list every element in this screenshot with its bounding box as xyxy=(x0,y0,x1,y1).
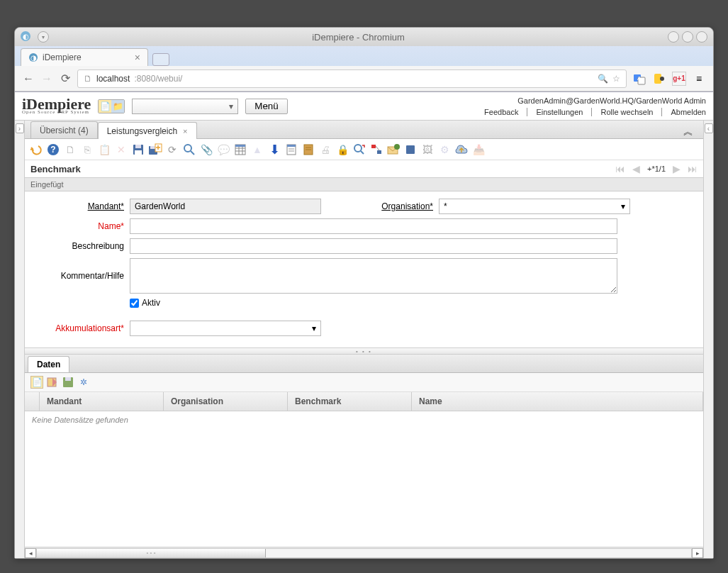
link-switch-role[interactable]: Rolle wechseln xyxy=(592,108,662,116)
field-kommentar[interactable] xyxy=(130,258,617,294)
link-settings[interactable]: Einstellungen xyxy=(527,108,592,116)
next-record-icon[interactable]: ▶ xyxy=(673,163,681,174)
svg-line-34 xyxy=(376,146,379,150)
new-record-icon[interactable]: 📄 xyxy=(30,376,43,389)
header-search-combo[interactable]: ▾ xyxy=(132,99,238,114)
first-record-icon[interactable]: ⏮ xyxy=(615,163,625,174)
svg-point-36 xyxy=(394,144,400,150)
tab-overview[interactable]: Übersicht (4) xyxy=(30,121,98,138)
new-tab-button[interactable] xyxy=(152,53,169,66)
undo-icon[interactable] xyxy=(29,143,43,157)
search-icon[interactable] xyxy=(182,143,196,157)
reload-button[interactable]: ⟳ xyxy=(59,72,72,85)
menu-button[interactable]: Menü xyxy=(245,99,287,114)
minimize-button[interactable] xyxy=(668,31,679,43)
refresh-icon[interactable]: ⟳ xyxy=(165,143,179,157)
field-organisation[interactable]: *▾ xyxy=(439,199,630,214)
col-name[interactable]: Name xyxy=(412,392,703,411)
close-button[interactable] xyxy=(696,31,707,43)
report-icon[interactable] xyxy=(284,143,298,157)
gplus-icon[interactable]: g+1 xyxy=(672,72,686,86)
zoom-across-icon[interactable] xyxy=(352,143,366,157)
empty-message: Keine Datensätze gefunden xyxy=(25,411,703,428)
tab-close-icon[interactable]: × xyxy=(183,127,187,135)
forward-button[interactable]: → xyxy=(40,72,53,85)
chat-icon[interactable]: 💬 xyxy=(216,143,230,157)
copy-icon[interactable]: ⎘ xyxy=(80,143,94,157)
request-icon[interactable] xyxy=(386,143,401,157)
edit-icon[interactable]: 📋 xyxy=(97,143,111,157)
browser-tab-title: iDempiere xyxy=(43,52,82,62)
menu-down-icon[interactable]: ▾ xyxy=(38,31,49,43)
app-icon: ◐ xyxy=(21,31,30,41)
label-organisation: Organisation* xyxy=(327,199,433,211)
horizontal-scrollbar[interactable]: ◂ • • • ▸ xyxy=(25,547,703,558)
field-beschreibung[interactable] xyxy=(130,238,617,254)
user-context: GardenAdmin@GardenWorld.HQ/GardenWorld A… xyxy=(476,96,706,105)
archive-icon[interactable] xyxy=(301,143,315,157)
parent-up-icon[interactable]: ▲ xyxy=(250,143,264,157)
svg-line-16 xyxy=(191,151,194,155)
col-benchmark[interactable]: Benchmark xyxy=(288,392,412,411)
import-csv-icon[interactable]: 📥 xyxy=(471,143,486,157)
scroll-left-icon[interactable]: ◂ xyxy=(25,548,36,558)
new-doc-icon[interactable]: 📄 xyxy=(99,100,111,113)
tab-leistungsvergleich[interactable]: Leistungsvergleich× xyxy=(98,122,197,139)
svg-rect-13 xyxy=(150,146,155,149)
label-kommentar: Kommentar/Hilfe xyxy=(32,258,124,281)
link-logout[interactable]: Abmelden xyxy=(662,108,706,116)
prev-record-icon[interactable]: ◀ xyxy=(632,163,640,174)
tab-close-icon[interactable]: × xyxy=(135,52,140,63)
favicon-icon: ◑ xyxy=(28,52,38,62)
image-icon[interactable]: 🖼 xyxy=(420,143,435,157)
browser-tab[interactable]: ◑ iDempiere × xyxy=(21,48,148,66)
delete-icon[interactable]: ✕ xyxy=(114,143,128,157)
last-record-icon[interactable]: ⏭ xyxy=(688,163,698,174)
product-info-icon[interactable] xyxy=(403,143,418,157)
maximize-button[interactable] xyxy=(682,31,693,43)
chrome-menu-icon[interactable]: ≡ xyxy=(692,72,706,86)
lock-icon[interactable]: 🔒 xyxy=(335,143,349,157)
svg-text:A: A xyxy=(637,75,642,82)
save-new-icon[interactable] xyxy=(148,143,162,157)
help-icon[interactable]: ? xyxy=(46,143,60,157)
save-icon[interactable] xyxy=(131,143,145,157)
process-gear-icon[interactable]: ⚙ xyxy=(437,143,452,157)
translate-icon[interactable]: A xyxy=(632,72,646,86)
print-icon[interactable]: 🖨 xyxy=(318,143,332,157)
right-panel-toggle[interactable]: ‹ xyxy=(703,121,713,558)
svg-rect-40 xyxy=(65,377,71,381)
grid-icon[interactable] xyxy=(233,143,247,157)
scroll-right-icon[interactable]: ▸ xyxy=(692,548,703,558)
attach-icon[interactable]: 📎 xyxy=(199,143,213,157)
zoom-icon[interactable]: 🔍 xyxy=(598,74,608,84)
bookmark-star-icon[interactable]: ☆ xyxy=(612,74,620,84)
col-mandant[interactable]: Mandant xyxy=(40,392,164,411)
edit-record-icon[interactable] xyxy=(46,376,59,389)
dropdown-icon: ▾ xyxy=(312,323,316,333)
extension-icon[interactable] xyxy=(652,72,666,86)
collapse-up-icon[interactable]: ︽ xyxy=(679,126,698,138)
new-icon[interactable]: 🗋 xyxy=(63,143,77,157)
export-icon[interactable] xyxy=(454,143,469,157)
checkbox-aktiv[interactable] xyxy=(130,299,139,308)
left-panel-toggle[interactable]: › xyxy=(15,121,25,558)
label-aktiv: Aktiv xyxy=(142,298,160,308)
url-rest: :8080/webui/ xyxy=(134,74,182,84)
back-button[interactable]: ← xyxy=(22,72,35,85)
field-name[interactable] xyxy=(130,218,617,234)
header-new-icons[interactable]: 📄 📁 xyxy=(98,99,125,113)
url-bar[interactable]: 🗋 localhost:8080/webui/ 🔍 ☆ xyxy=(77,69,627,88)
data-tab[interactable]: Daten xyxy=(28,356,69,372)
browser-chrome: ◑ iDempiere × ← → ⟳ 🗋 localhost:8080/web… xyxy=(15,46,713,92)
open-folder-icon[interactable]: 📁 xyxy=(111,100,124,113)
svg-line-31 xyxy=(361,151,364,154)
workflow-icon[interactable] xyxy=(369,143,383,157)
col-organisation[interactable]: Organisation xyxy=(164,392,288,411)
customize-gear-icon[interactable]: ✲ xyxy=(77,376,90,389)
link-feedback[interactable]: Feedback xyxy=(476,108,527,116)
save-record-icon[interactable] xyxy=(62,376,74,389)
splitter-handle[interactable]: • • • xyxy=(25,347,703,355)
field-akkumulation[interactable]: ▾ xyxy=(130,321,321,336)
detail-down-icon[interactable]: ⬇ xyxy=(267,143,281,157)
